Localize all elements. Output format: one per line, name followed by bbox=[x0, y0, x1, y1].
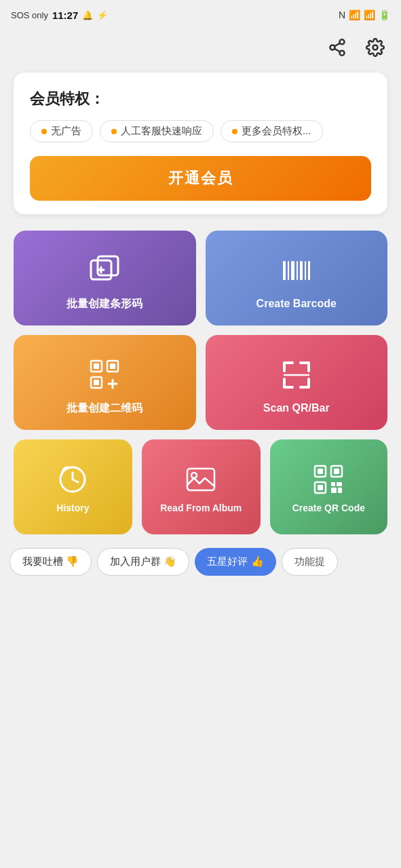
create-qr-icon bbox=[312, 463, 345, 496]
svg-rect-34 bbox=[334, 469, 339, 474]
create-barcode-label: Create Barcode bbox=[256, 298, 337, 310]
create-barcode-icon bbox=[278, 252, 316, 290]
status-left: SOS only 11:27 🔔 ⚡ bbox=[11, 9, 108, 21]
read-album-label: Read From Album bbox=[160, 502, 242, 513]
toolbar bbox=[0, 30, 401, 73]
tag-customer-service: 人工客服快速响应 bbox=[100, 120, 214, 142]
bottom-bar: 我要吐槽 👎 加入用户群 👋 五星好评 👍 功能提 bbox=[0, 534, 401, 587]
create-qr-button[interactable]: Create QR Code bbox=[270, 439, 387, 534]
settings-icon bbox=[366, 38, 385, 57]
grid-section: 批量创建条形码 Create Barcode bbox=[0, 231, 401, 534]
feedback-button[interactable]: 我要吐槽 👎 bbox=[9, 548, 92, 576]
svg-rect-20 bbox=[94, 380, 99, 385]
five-star-label: 五星好评 👍 bbox=[207, 555, 263, 567]
battery-icon: 🔋 bbox=[379, 9, 390, 20]
read-album-icon bbox=[185, 463, 217, 496]
suggest-label: 功能提 bbox=[294, 555, 325, 567]
join-group-label: 加入用户群 👋 bbox=[110, 555, 176, 567]
lightning-icon: ⚡ bbox=[97, 10, 108, 20]
svg-line-3 bbox=[335, 49, 340, 52]
svg-point-5 bbox=[373, 45, 378, 50]
tag-dot-3 bbox=[232, 129, 237, 134]
bell-icon: 🔔 bbox=[82, 10, 93, 20]
svg-rect-36 bbox=[337, 482, 342, 486]
svg-rect-27 bbox=[187, 469, 214, 490]
membership-title: 会员特权： bbox=[30, 89, 371, 109]
history-button[interactable]: History bbox=[14, 439, 132, 534]
grid-row-3: History Read From Album bbox=[14, 439, 387, 534]
batch-qr-icon bbox=[85, 355, 123, 393]
create-barcode-button[interactable]: Create Barcode bbox=[206, 231, 388, 326]
scan-qr-button[interactable]: Scan QR/Bar bbox=[206, 335, 388, 430]
svg-rect-13 bbox=[297, 261, 298, 280]
share-icon bbox=[328, 38, 347, 57]
svg-rect-14 bbox=[300, 261, 303, 280]
membership-tags: 无广告 人工客服快速响应 更多会员特权... bbox=[30, 120, 371, 142]
batch-barcode-label: 批量创建条形码 bbox=[66, 297, 142, 311]
scan-qr-label: Scan QR/Bar bbox=[263, 402, 330, 414]
svg-rect-10 bbox=[283, 261, 286, 280]
status-bar: SOS only 11:27 🔔 ⚡ N 📶 📶 🔋 bbox=[0, 0, 401, 30]
svg-rect-18 bbox=[94, 363, 99, 369]
svg-rect-15 bbox=[305, 261, 306, 280]
batch-qr-label: 批量创建二维码 bbox=[66, 401, 142, 416]
settings-button[interactable] bbox=[363, 35, 387, 64]
tag-dot-1 bbox=[41, 129, 47, 134]
status-time: 11:27 bbox=[52, 9, 78, 21]
grid-row-2: 批量创建二维码 Scan QR/Bar bbox=[14, 335, 387, 430]
sos-text: SOS only bbox=[11, 10, 48, 20]
feedback-label: 我要吐槽 👎 bbox=[22, 555, 79, 567]
signal-icon: 📶 bbox=[349, 9, 360, 20]
status-right: N 📶 📶 🔋 bbox=[339, 9, 390, 20]
tag-no-ads: 无广告 bbox=[30, 120, 93, 142]
history-icon bbox=[56, 463, 89, 496]
wifi-icon: 📶 bbox=[364, 9, 375, 20]
suggest-button[interactable]: 功能提 bbox=[282, 548, 338, 576]
history-label: History bbox=[56, 502, 89, 513]
batch-qr-button[interactable]: 批量创建二维码 bbox=[14, 335, 196, 430]
batch-barcode-button[interactable]: 批量创建条形码 bbox=[14, 231, 196, 326]
five-star-button[interactable]: 五星好评 👍 bbox=[195, 548, 275, 576]
svg-rect-12 bbox=[291, 261, 294, 280]
create-qr-label: Create QR Code bbox=[292, 502, 365, 513]
svg-line-4 bbox=[335, 43, 340, 47]
svg-rect-30 bbox=[318, 469, 323, 474]
svg-rect-22 bbox=[110, 363, 115, 369]
join-group-button[interactable]: 加入用户群 👋 bbox=[97, 548, 189, 576]
svg-rect-32 bbox=[318, 485, 323, 490]
read-album-button[interactable]: Read From Album bbox=[142, 439, 261, 534]
tag-customer-service-label: 人工客服快速响应 bbox=[121, 125, 202, 138]
grid-row-1: 批量创建条形码 Create Barcode bbox=[14, 231, 387, 326]
membership-card: 会员特权： 无广告 人工客服快速响应 更多会员特权... 开通会员 bbox=[14, 73, 387, 214]
share-button[interactable] bbox=[325, 35, 349, 64]
svg-rect-11 bbox=[288, 261, 289, 280]
nfc-icon: N bbox=[339, 9, 345, 20]
tag-more-perks: 更多会员特权... bbox=[221, 120, 323, 142]
tag-more-perks-label: 更多会员特权... bbox=[242, 125, 311, 138]
svg-rect-16 bbox=[308, 261, 310, 280]
tag-dot-2 bbox=[111, 129, 117, 134]
tag-no-ads-label: 无广告 bbox=[51, 125, 81, 138]
scan-qr-icon bbox=[278, 356, 316, 394]
svg-rect-37 bbox=[331, 488, 337, 493]
svg-rect-35 bbox=[331, 482, 335, 486]
batch-barcode-icon bbox=[85, 251, 123, 289]
membership-cta-button[interactable]: 开通会员 bbox=[30, 156, 371, 201]
svg-rect-38 bbox=[338, 488, 342, 493]
